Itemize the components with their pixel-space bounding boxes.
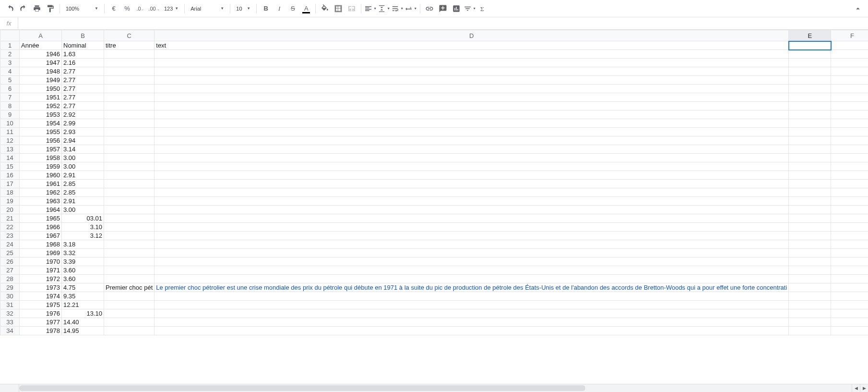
row-header[interactable]: 22 <box>0 223 20 232</box>
row-header[interactable]: 29 <box>0 283 20 292</box>
cell[interactable]: 13.10 <box>62 309 104 318</box>
row-header[interactable]: 27 <box>0 266 20 275</box>
cell[interactable] <box>831 110 868 119</box>
cell[interactable] <box>155 67 789 76</box>
cell[interactable] <box>789 50 831 59</box>
cell[interactable] <box>831 59 868 67</box>
row-header[interactable]: 21 <box>0 214 20 223</box>
cell[interactable] <box>155 50 789 59</box>
cell[interactable] <box>789 59 831 67</box>
cell[interactable] <box>789 180 831 188</box>
cell[interactable] <box>104 327 155 335</box>
cell[interactable] <box>104 223 155 232</box>
formula-input[interactable] <box>18 17 868 29</box>
currency-button[interactable]: € <box>107 2 120 15</box>
select-all-corner[interactable] <box>0 30 20 41</box>
italic-button[interactable]: I <box>273 2 285 15</box>
cell[interactable]: 1947 <box>20 59 62 67</box>
cell[interactable] <box>789 136 831 145</box>
cell[interactable] <box>789 206 831 214</box>
cell[interactable]: 2.85 <box>62 180 104 188</box>
cell[interactable]: 1976 <box>20 309 62 318</box>
cell[interactable]: 1956 <box>20 136 62 145</box>
zoom-select[interactable]: 100%▼ <box>63 3 101 14</box>
undo-button[interactable] <box>4 2 16 15</box>
cell[interactable] <box>155 232 789 240</box>
cell[interactable]: 2.93 <box>62 128 104 136</box>
cell[interactable] <box>831 128 868 136</box>
cell[interactable] <box>831 197 868 206</box>
print-button[interactable] <box>31 2 43 15</box>
cell[interactable] <box>155 59 789 67</box>
cell[interactable] <box>155 154 789 162</box>
cell[interactable]: 2.85 <box>62 188 104 197</box>
cell[interactable]: 3.00 <box>62 162 104 171</box>
cell[interactable]: 1957 <box>20 145 62 154</box>
insert-comment-button[interactable] <box>437 2 449 15</box>
filter-button[interactable]: ▼ <box>464 2 476 15</box>
row-header[interactable]: 8 <box>0 102 20 110</box>
cell[interactable]: 1951 <box>20 93 62 102</box>
cell[interactable] <box>155 171 789 180</box>
cell[interactable] <box>789 41 831 50</box>
cell[interactable]: titre <box>104 41 155 50</box>
cell[interactable] <box>104 249 155 257</box>
fill-color-button[interactable] <box>319 2 331 15</box>
scroll-track[interactable] <box>19 384 852 392</box>
cell[interactable] <box>789 240 831 249</box>
column-header-B[interactable]: B <box>62 30 104 41</box>
cell[interactable] <box>104 93 155 102</box>
row-header[interactable]: 6 <box>0 85 20 93</box>
cell[interactable] <box>104 162 155 171</box>
insert-chart-button[interactable] <box>450 2 463 15</box>
cell[interactable]: 4.75 <box>62 283 104 292</box>
cell[interactable]: 1949 <box>20 76 62 85</box>
cell[interactable] <box>155 102 789 110</box>
cell[interactable] <box>104 180 155 188</box>
cell[interactable]: 1978 <box>20 327 62 335</box>
column-header-F[interactable]: F <box>831 30 868 41</box>
cell[interactable]: 3.10 <box>62 223 104 232</box>
row-header[interactable]: 26 <box>0 257 20 266</box>
cell[interactable] <box>155 214 789 223</box>
cell[interactable]: 2.77 <box>62 67 104 76</box>
cell[interactable] <box>789 309 831 318</box>
cell[interactable]: 1972 <box>20 275 62 283</box>
cell[interactable] <box>831 206 868 214</box>
cell[interactable]: 1948 <box>20 67 62 76</box>
cell[interactable]: 1955 <box>20 128 62 136</box>
cell[interactable] <box>831 188 868 197</box>
row-header[interactable]: 34 <box>0 327 20 335</box>
cell[interactable] <box>831 67 868 76</box>
cell[interactable]: 1958 <box>20 154 62 162</box>
cell[interactable]: 1953 <box>20 110 62 119</box>
row-header[interactable]: 31 <box>0 301 20 309</box>
cell[interactable]: 2.92 <box>62 110 104 119</box>
cell[interactable]: 1977 <box>20 318 62 327</box>
cell[interactable]: 3.32 <box>62 249 104 257</box>
cell[interactable] <box>831 119 868 128</box>
cell[interactable] <box>789 197 831 206</box>
increase-decimal-button[interactable]: .00→ <box>148 2 160 15</box>
font-select[interactable]: Arial▼ <box>188 3 227 14</box>
cell[interactable]: 2.77 <box>62 93 104 102</box>
row-header[interactable]: 30 <box>0 292 20 301</box>
cell[interactable] <box>831 232 868 240</box>
cell[interactable] <box>831 50 868 59</box>
cell[interactable] <box>104 102 155 110</box>
cell[interactable]: 2.77 <box>62 76 104 85</box>
cell[interactable] <box>104 197 155 206</box>
cell[interactable] <box>789 301 831 309</box>
cell[interactable] <box>789 214 831 223</box>
cell[interactable]: 1946 <box>20 50 62 59</box>
cell[interactable] <box>831 41 868 50</box>
cell[interactable]: Année <box>20 41 62 50</box>
horizontal-scrollbar[interactable]: ◀ ▶ <box>0 384 868 392</box>
cell[interactable]: Le premier choc pétrolier est une crise … <box>155 283 789 292</box>
cell[interactable] <box>104 301 155 309</box>
cell[interactable] <box>789 327 831 335</box>
row-header[interactable]: 16 <box>0 171 20 180</box>
cell[interactable] <box>155 162 789 171</box>
cell[interactable] <box>831 93 868 102</box>
cell[interactable] <box>831 85 868 93</box>
